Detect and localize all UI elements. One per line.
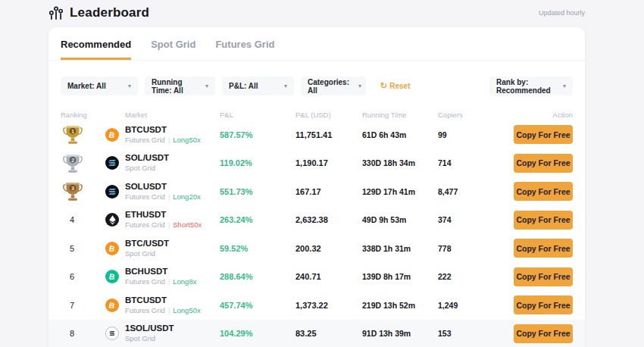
leverage-label: Short50x [173, 220, 202, 229]
running-time-value: 219D 13h 52m [362, 301, 438, 310]
table-row[interactable]: 7 B BTCUSDT Futures Grid|Long50x 457.74%… [48, 291, 585, 320]
copiers-value: 1,249 [438, 301, 506, 310]
copy-for-free-button[interactable]: Copy For Free [514, 154, 573, 173]
copiers-value: 153 [438, 329, 506, 338]
symbol-label: BTCUSDT [125, 125, 201, 135]
1sol-coin-icon [105, 327, 119, 340]
strategy-type-label: Spot Grid [125, 249, 169, 258]
pnl-usd-value: 1,190.17 [295, 158, 362, 167]
filter-dropdown-categories[interactable]: Categories: All▾ [301, 77, 366, 95]
table-row[interactable]: 3 SOLUSDT Futures Grid|Long20x 551.73% 1… [48, 177, 585, 206]
copy-for-free-button[interactable]: Copy For Free [514, 267, 573, 286]
svg-text:1: 1 [71, 128, 74, 135]
updated-hourly-label: Updated hourly [539, 9, 585, 17]
ranking-cell: 8 [61, 329, 105, 338]
market-text: ETHUSDT Futures Grid|Short50x [125, 210, 202, 230]
ranking-cell: 5 [61, 244, 105, 253]
action-cell: Copy For Free [506, 211, 573, 230]
running-time-value: 129D 17h 41m [362, 187, 438, 196]
table-row[interactable]: 4 ETHUSDT Futures Grid|Short50x 263.24% … [48, 206, 585, 235]
copiers-value: 99 [438, 130, 506, 139]
page-title: Leaderboard [70, 5, 149, 20]
column-header-p-l-usd-: P&L (USD) [295, 111, 362, 119]
pnl-value: 457.74% [220, 301, 295, 310]
column-header-action: Action [506, 111, 573, 119]
copy-for-free-button[interactable]: Copy For Free [514, 239, 573, 258]
pnl-usd-value: 200.32 [295, 244, 362, 253]
market-text: BTCUSDT Futures Grid|Long50x [125, 125, 201, 145]
chevron-down-icon: ▾ [563, 83, 566, 89]
tab-futures-grid[interactable]: Futures Grid [215, 27, 274, 60]
copiers-value: 222 [438, 272, 506, 281]
market-text: BCHUSDT Futures Grid|Long8x [125, 267, 196, 286]
copiers-value: 374 [438, 215, 506, 224]
column-header-copiers: Copiers [438, 111, 506, 119]
leaderboard-card: RecommendedSpot GridFutures Grid Market:… [48, 27, 585, 347]
rank-number: 6 [61, 272, 83, 281]
rank-number: 5 [61, 244, 83, 253]
pnl-usd-value: 83.25 [295, 329, 362, 338]
copy-for-free-button[interactable]: Copy For Free [514, 295, 573, 314]
reset-button[interactable]: ↻ Reset [380, 82, 410, 90]
market-text: 1SOL/USDT Spot Grid [125, 324, 174, 343]
market-text: SOL/USDT Spot Grid [125, 153, 169, 173]
strategy-type-label: Futures Grid|Long8x [125, 277, 196, 286]
action-cell: Copy For Free [506, 154, 573, 173]
leverage-label: Long50x [173, 136, 200, 144]
tab-recommended[interactable]: Recommended [61, 27, 131, 60]
pnl-value: 263.24% [220, 215, 295, 224]
table-row[interactable]: 2 SOL/USDT Spot Grid 119.02% 1,190.17 33… [48, 149, 585, 178]
copy-for-free-button[interactable]: Copy For Free [514, 182, 573, 201]
running-time-value: 61D 6h 43m [362, 130, 438, 139]
filter-bar: Market: All▾Running Time: All▾P&L: All▾C… [48, 77, 585, 95]
table-header: RankingMarketP&LP&L (USD)Running TimeCop… [48, 108, 585, 120]
leaderboard-chart-icon [48, 6, 64, 20]
market-cell: ETHUSDT Futures Grid|Short50x [105, 210, 220, 230]
market-cell: B BTC/USDT Spot Grid [105, 239, 220, 258]
reset-icon: ↻ [380, 82, 387, 90]
table-row[interactable]: 5 B BTC/USDT Spot Grid 59.52% 200.32 338… [48, 234, 585, 263]
copy-for-free-button[interactable]: Copy For Free [514, 125, 573, 144]
symbol-label: 1SOL/USDT [125, 324, 174, 333]
filter-dropdown-running[interactable]: Running Time: All▾ [145, 77, 215, 95]
table-body: 1 B BTCUSDT Futures Grid|Long50x 587.57%… [48, 120, 585, 347]
tab-spot-grid[interactable]: Spot Grid [151, 27, 195, 60]
btc-coin-icon: B [105, 299, 119, 312]
market-cell: B BCHUSDT Futures Grid|Long8x [105, 267, 220, 286]
trophy-silver-icon: 2 [63, 153, 83, 174]
symbol-label: BTCUSDT [125, 295, 201, 305]
symbol-label: BCHUSDT [125, 267, 196, 277]
rank-number: 8 [61, 329, 83, 338]
market-text: BTCUSDT Futures Grid|Long50x [125, 295, 201, 315]
table-row[interactable]: 1 B BTCUSDT Futures Grid|Long50x 587.57%… [48, 120, 585, 149]
strategy-type-label: Futures Grid|Long50x [125, 306, 201, 315]
pnl-value: 59.52% [220, 244, 295, 253]
rank-by-dropdown[interactable]: Rank by: Recommended ▾ [489, 77, 573, 95]
copy-for-free-button[interactable]: Copy For Free [514, 211, 573, 230]
copy-for-free-button[interactable]: Copy For Free [514, 324, 573, 343]
table-row[interactable]: 6 B BCHUSDT Futures Grid|Long8x 288.64% … [48, 263, 585, 292]
symbol-label: BTC/USDT [125, 239, 169, 249]
chevron-down-icon: ▾ [205, 83, 208, 89]
strategy-type-label: Futures Grid|Long20x [125, 192, 201, 202]
filter-dropdown-market[interactable]: Market: All▾ [61, 77, 138, 95]
pnl-usd-value: 11,751.41 [295, 130, 362, 139]
divider: | [168, 220, 170, 229]
pnl-value: 119.02% [220, 158, 295, 167]
rank-by-label: Rank by: Recommended [496, 78, 554, 95]
market-text: BTC/USDT Spot Grid [125, 239, 169, 258]
strategy-type-label: Futures Grid|Long50x [125, 136, 201, 145]
filter-dropdown-pnl[interactable]: P&L: All▾ [222, 77, 294, 95]
strategy-type-label: Spot Grid [125, 334, 174, 343]
action-cell: Copy For Free [506, 267, 573, 286]
action-cell: Copy For Free [506, 182, 573, 201]
filter-dropdowns: Market: All▾Running Time: All▾P&L: All▾C… [61, 77, 380, 95]
dropdown-label: Categories: All [308, 78, 349, 95]
table-row[interactable]: 8 1SOL/USDT Spot Grid 104.29% 83.25 91D … [48, 320, 585, 347]
sol-coin-icon [105, 185, 119, 199]
pnl-usd-value: 240.71 [295, 272, 362, 281]
bch-coin-icon: B [105, 270, 119, 283]
action-cell: Copy For Free [506, 239, 573, 258]
dropdown-label: Market: All [67, 82, 106, 90]
page-header: Leaderboard Updated hourly [48, 0, 585, 24]
